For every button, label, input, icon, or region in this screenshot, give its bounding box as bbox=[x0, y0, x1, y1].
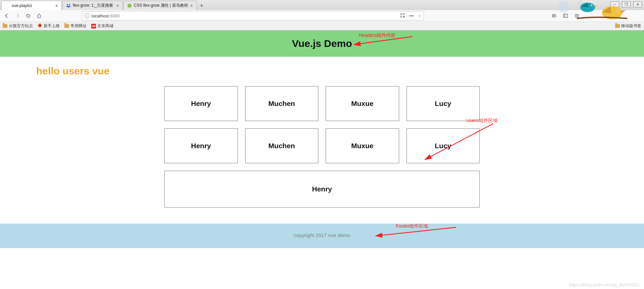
user-name: Lucy bbox=[435, 100, 451, 108]
user-card[interactable]: Lucy bbox=[407, 86, 480, 121]
nav-bar: i localhost:8080 ••• ☆ bbox=[0, 10, 644, 21]
window-controls: ─ ❐ ✕ bbox=[610, 1, 642, 7]
vue-users-component: hello users vue Henry Muchen Muxue Lucy … bbox=[0, 57, 644, 224]
bookmark-newbie[interactable]: 新手上路 bbox=[38, 23, 60, 29]
user-name: Henry bbox=[312, 185, 332, 193]
address-host: localhost bbox=[92, 13, 109, 18]
watermark: https://blog.csdn.net/qq_40976321 bbox=[569, 282, 639, 287]
folder-icon bbox=[3, 24, 7, 28]
svg-point-12 bbox=[127, 4, 131, 8]
firefox-icon bbox=[38, 23, 42, 29]
user-card[interactable]: Henry bbox=[164, 171, 480, 208]
svg-rect-13 bbox=[400, 13, 402, 15]
tab-title: flex-grow: 1;_百度搜索 bbox=[73, 3, 113, 8]
library-icon[interactable] bbox=[549, 11, 559, 20]
meatball-icon[interactable]: ••• bbox=[409, 13, 414, 18]
address-bar[interactable]: i localhost:8080 ••• ☆ bbox=[82, 11, 424, 20]
close-window-button[interactable]: ✕ bbox=[633, 1, 642, 7]
folder-icon bbox=[64, 24, 69, 28]
bookmark-firefox-official[interactable]: 火狐官方站点 bbox=[3, 23, 33, 29]
annotation-label: Footer组件区域 bbox=[396, 223, 428, 229]
qr-icon[interactable] bbox=[400, 13, 405, 19]
svg-point-20 bbox=[39, 24, 41, 26]
bookmark-jd[interactable]: JD京东商城 bbox=[91, 23, 113, 29]
bookmark-label: 新手上路 bbox=[44, 23, 60, 29]
users-grid: Henry Muchen Muxue Lucy Henry Muchen Mux… bbox=[164, 86, 480, 208]
star-icon[interactable]: ☆ bbox=[418, 13, 422, 18]
tab-title: CSS flex-grow 属性 | 菜鸟教程 bbox=[134, 3, 188, 8]
reload-button[interactable] bbox=[23, 11, 33, 20]
footer-text: copyright 2017 vue demo bbox=[294, 232, 350, 238]
svg-rect-16 bbox=[403, 16, 405, 17]
close-icon[interactable]: × bbox=[190, 3, 193, 8]
user-name: Henry bbox=[191, 100, 211, 108]
tab-strip: vue-playlist × flex-grow: 1;_百度搜索 × CSS … bbox=[0, 0, 644, 10]
back-button[interactable] bbox=[2, 11, 11, 20]
bookmark-mobile[interactable]: 移动版书签 bbox=[615, 23, 641, 29]
user-card[interactable]: Muxue bbox=[326, 128, 399, 163]
user-card[interactable]: Henry bbox=[164, 128, 238, 163]
bookmark-common[interactable]: 常用网址 bbox=[64, 23, 87, 29]
page-icon bbox=[5, 3, 10, 8]
user-card[interactable]: Henry bbox=[164, 86, 238, 121]
bookmark-label: 常用网址 bbox=[70, 23, 87, 29]
svg-point-8 bbox=[69, 4, 70, 5]
page-title: Vue.js Demo bbox=[0, 38, 644, 49]
svg-point-7 bbox=[67, 4, 68, 5]
new-tab-button[interactable]: + bbox=[197, 1, 206, 10]
page-viewport: Vue.js Demo Headers组件内容 hello users vue … bbox=[0, 31, 644, 289]
user-card[interactable]: Lucy bbox=[407, 128, 480, 163]
svg-point-11 bbox=[67, 6, 69, 7]
folder-icon bbox=[615, 24, 620, 28]
maximize-button[interactable]: ❐ bbox=[622, 1, 631, 7]
user-name: Muchen bbox=[268, 100, 295, 108]
tab-vue-playlist[interactable]: vue-playlist × bbox=[1, 1, 62, 10]
svg-rect-14 bbox=[403, 13, 405, 15]
svg-rect-15 bbox=[400, 16, 402, 17]
user-card[interactable]: Muchen bbox=[245, 86, 319, 121]
user-card[interactable]: Muchen bbox=[245, 128, 319, 163]
browser-chrome: ─ ❐ ✕ vue-playlist × bbox=[0, 0, 644, 31]
bookmark-label: 火狐官方站点 bbox=[9, 23, 33, 29]
svg-line-23 bbox=[381, 227, 456, 235]
bookmark-bar: 火狐官方站点 新手上路 常用网址 JD京东商城 移动版书签 bbox=[0, 21, 644, 30]
runoob-icon bbox=[127, 3, 132, 8]
close-icon[interactable]: × bbox=[55, 3, 58, 8]
vue-header-component: Vue.js Demo Headers组件内容 bbox=[0, 31, 644, 57]
home-button[interactable] bbox=[34, 11, 44, 20]
user-card[interactable]: Muxue bbox=[326, 86, 399, 121]
user-name: Lucy bbox=[435, 142, 451, 150]
minimize-button[interactable]: ─ bbox=[610, 1, 619, 7]
user-name: Muxue bbox=[351, 142, 374, 150]
tab-baidu[interactable]: flex-grow: 1;_百度搜索 × bbox=[62, 1, 123, 10]
user-name: Henry bbox=[191, 142, 211, 150]
user-name: Muxue bbox=[351, 100, 374, 108]
jd-icon: JD bbox=[91, 24, 96, 28]
nav-right bbox=[549, 11, 642, 20]
tab-runoob[interactable]: CSS flex-grow 属性 | 菜鸟教程 × bbox=[123, 1, 197, 10]
paw-icon bbox=[66, 3, 71, 8]
vue-footer-component: copyright 2017 vue demo Footer组件区域 bbox=[0, 224, 644, 248]
menu-icon[interactable] bbox=[572, 11, 582, 20]
address-port: :8080 bbox=[109, 13, 120, 18]
svg-rect-17 bbox=[564, 14, 568, 17]
bookmark-label: 京东商城 bbox=[97, 23, 113, 29]
user-name: Muchen bbox=[268, 142, 295, 150]
bookmark-label: 移动版书签 bbox=[621, 23, 641, 29]
info-icon[interactable]: i bbox=[84, 13, 90, 18]
users-heading: hello users vue bbox=[36, 65, 644, 77]
tab-title: vue-playlist bbox=[12, 3, 32, 8]
sidebar-icon[interactable] bbox=[561, 11, 570, 20]
forward-button[interactable] bbox=[13, 11, 22, 20]
close-icon[interactable]: × bbox=[116, 3, 119, 8]
